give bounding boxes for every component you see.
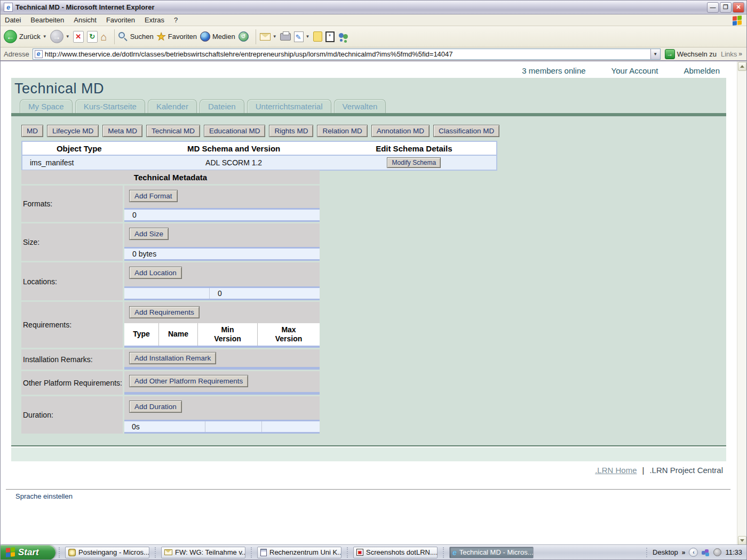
add-size-button[interactable]: Add Size (129, 228, 169, 240)
go-button[interactable]: → Wechseln zu (665, 49, 717, 59)
desktop-toolbar-label[interactable]: Desktop (653, 548, 678, 556)
formats-row: Formats: Add Format 0 (21, 186, 320, 222)
tab-my-space[interactable]: My Space (20, 99, 73, 113)
your-account-link[interactable]: Your Account (611, 66, 658, 75)
notes-button[interactable] (313, 31, 322, 42)
logout-link[interactable]: Abmelden (684, 66, 720, 75)
add-other-platform-button[interactable]: Add Other Platform Requirements (129, 375, 248, 387)
back-button[interactable]: ← Zurück ▼ (4, 30, 47, 43)
browser-toolbar: ← Zurück ▼ → ▼ ✕ ↻ ⌂ Suchen ★ Favoriten … (1, 26, 746, 47)
tray-collapse-icon[interactable]: ‹ (689, 548, 698, 557)
desktop-chevron-icon[interactable]: » (682, 549, 686, 556)
menu-bearbeiten[interactable]: Bearbeiten (30, 16, 64, 24)
mail-button[interactable]: ▼ (260, 33, 277, 41)
favorites-button[interactable]: ★ Favoriten (157, 31, 197, 42)
requirements-header-table: Type Name Min Version Max Version (124, 323, 320, 348)
tab-unterrichtsmaterial[interactable]: Unterrichtsmaterial (247, 99, 331, 113)
task-posteingang[interactable]: Posteingang - Micros... (65, 547, 149, 558)
realplayer-button[interactable]: * (325, 31, 335, 42)
mail-dropdown-icon[interactable]: ▼ (273, 34, 277, 39)
stop-button[interactable]: ✕ (73, 31, 84, 43)
add-format-button[interactable]: Add Format (129, 190, 178, 202)
formats-value: 0 (124, 210, 137, 220)
annotation-md-button[interactable]: Annotation MD (371, 125, 430, 137)
restore-button[interactable]: ❐ (720, 2, 732, 13)
forward-button[interactable]: → ▼ (50, 30, 70, 43)
forward-icon: → (50, 30, 63, 43)
network-tray-icon[interactable] (713, 548, 721, 556)
modify-schema-button[interactable]: Modify Schema (387, 157, 441, 168)
taskbar-grip (155, 547, 158, 558)
classification-md-button[interactable]: Classification MD (433, 125, 499, 137)
installation-remarks-row: Installation Remarks: Add Installation R… (21, 349, 320, 370)
system-tray: Desktop » ‹ 11:33 (646, 548, 747, 557)
duration-label: Duration: (23, 411, 53, 419)
start-button[interactable]: Start (1, 545, 55, 560)
tab-kalender[interactable]: Kalender (148, 99, 197, 113)
footer-divider (6, 489, 730, 490)
back-dropdown-icon[interactable]: ▼ (43, 34, 47, 39)
task-technical-md[interactable]: e Technical MD - Micros... (449, 547, 534, 558)
home-button[interactable]: ⌂ (101, 31, 107, 42)
lifecycle-md-button[interactable]: Lifecycle MD (47, 125, 99, 137)
tab-kurs-startseite[interactable]: Kurs-Startseite (75, 99, 145, 113)
tab-dateien[interactable]: Dateien (200, 99, 244, 113)
links-label[interactable]: Links (721, 50, 737, 58)
menu-extras[interactable]: Extras (145, 16, 164, 24)
language-link[interactable]: Sprache einstellen (15, 492, 73, 500)
start-windows-logo-icon (6, 547, 15, 557)
refresh-button[interactable]: ↻ (87, 31, 98, 43)
realplayer-icon: * (325, 31, 335, 42)
add-requirements-button[interactable]: Add Requirements (129, 306, 200, 318)
other-platform-row: Other Platform Requirements: Add Other P… (21, 371, 320, 395)
tab-verwalten[interactable]: Verwalten (334, 99, 386, 113)
close-button[interactable]: ✕ (733, 2, 744, 13)
relation-md-button[interactable]: Relation MD (317, 125, 367, 137)
minimize-button[interactable]: — (707, 2, 719, 13)
scroll-down-icon[interactable] (738, 536, 746, 545)
menu-help[interactable]: ? (174, 16, 178, 24)
add-location-button[interactable]: Add Location (129, 267, 182, 279)
address-dropdown-icon[interactable]: ▼ (650, 49, 660, 59)
requirements-row: Requirements: Add Requirements Type Name… (21, 302, 320, 348)
educational-md-button[interactable]: Educational MD (204, 125, 265, 137)
links-chevron-icon[interactable]: » (738, 50, 742, 58)
schema-table-row: ims_manifest ADL SCORM 1.2 Modify Schema (22, 155, 497, 170)
task-screenshots[interactable]: ▣ Screenshots dotLRN.... (353, 547, 438, 558)
rights-md-button[interactable]: Rights MD (269, 125, 313, 137)
search-button[interactable]: Suchen (118, 32, 154, 42)
history-button[interactable]: ↺ (239, 31, 249, 42)
stop-icon: ✕ (73, 31, 84, 43)
edit-dropdown-icon[interactable]: ▼ (306, 34, 310, 39)
metadata-title: Technical Metadata (21, 170, 320, 184)
md-button[interactable]: MD (21, 125, 43, 137)
add-duration-button[interactable]: Add Duration (129, 401, 182, 413)
menu-ansicht[interactable]: Ansicht (74, 16, 97, 24)
technical-md-button[interactable]: Technical MD (146, 125, 200, 137)
add-installation-remark-button[interactable]: Add Installation Remark (129, 352, 216, 364)
members-online-link[interactable]: 3 members online (522, 66, 585, 75)
messenger-tray-icon[interactable] (702, 549, 710, 556)
lrn-home-link[interactable]: .LRN Home (595, 466, 637, 475)
media-button[interactable]: Medien (200, 31, 235, 42)
forward-dropdown-icon[interactable]: ▼ (66, 34, 70, 39)
web-page: 3 members online Your Account Abmelden T… (1, 61, 736, 546)
address-input[interactable]: http://www.theservice.de/dotlrn/classes/… (33, 49, 661, 60)
task-rechenzentrum[interactable]: Rechenzentrum Uni K... (257, 547, 341, 558)
print-button[interactable] (280, 33, 291, 41)
meta-md-button[interactable]: Meta MD (102, 125, 142, 137)
lrn-project-central-link[interactable]: .LRN Project Central (649, 466, 723, 475)
messenger-button[interactable] (338, 31, 349, 42)
history-icon: ↺ (239, 31, 249, 42)
home-icon: ⌂ (101, 31, 107, 42)
vertical-scrollbar[interactable] (737, 61, 746, 546)
taskbar-grip (347, 547, 350, 558)
menu-datei[interactable]: Datei (5, 16, 21, 24)
edit-button[interactable]: ▼ (294, 31, 310, 42)
scroll-up-icon[interactable] (738, 62, 746, 71)
task-mail-message[interactable]: FW: WG: Teilnahme v... (161, 547, 245, 558)
duration-row: Duration: Add Duration 0s (21, 396, 320, 434)
locations-row: Locations: Add Location 0 (21, 262, 320, 300)
menu-favoriten[interactable]: Favoriten (106, 16, 135, 24)
print-icon (280, 33, 291, 41)
